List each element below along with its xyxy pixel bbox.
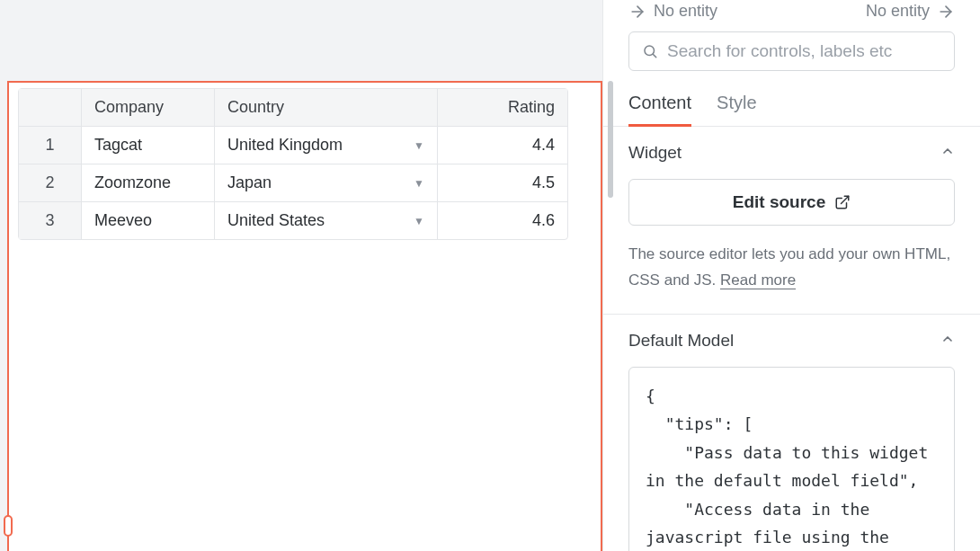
prev-entity-label: No entity — [654, 2, 717, 21]
section-default-model-header[interactable]: Default Model — [628, 315, 955, 367]
section-widget-header[interactable]: Widget — [628, 127, 955, 179]
row-index: 2 — [19, 164, 82, 202]
search-box[interactable] — [628, 31, 955, 71]
cell-country-dropdown[interactable]: Japan ▼ — [215, 164, 438, 202]
country-value: United States — [227, 211, 325, 229]
external-link-icon — [834, 194, 851, 210]
widget-helper-text: The source editor lets you add your own … — [628, 242, 955, 314]
read-more-link[interactable]: Read more — [720, 271, 796, 289]
canvas-area: Company Country Rating 1 Tagcat United K… — [0, 0, 602, 551]
chevron-up-icon — [940, 331, 955, 351]
country-value: Japan — [227, 173, 272, 191]
edit-source-button[interactable]: Edit source — [628, 179, 955, 226]
tab-content[interactable]: Content — [628, 93, 691, 127]
chevron-down-icon: ▼ — [414, 215, 424, 227]
svg-line-4 — [842, 196, 849, 203]
cell-company[interactable]: Zoomzone — [82, 164, 215, 202]
next-entity-link[interactable]: No entity — [866, 2, 955, 21]
edit-source-label: Edit source — [733, 192, 825, 212]
properties-panel: No entity No entity Content Style Widget… — [602, 0, 980, 551]
data-table: Company Country Rating 1 Tagcat United K… — [18, 88, 568, 240]
section-default-model: Default Model { "tips": [ "Pass data to … — [603, 315, 980, 551]
cell-country-dropdown[interactable]: United States ▼ — [215, 202, 438, 239]
scrollbar-thumb[interactable] — [608, 81, 613, 198]
cell-country-dropdown[interactable]: United Kingdom ▼ — [215, 127, 438, 164]
search-input[interactable] — [667, 41, 941, 61]
cell-rating[interactable]: 4.6 — [438, 202, 567, 239]
table-row[interactable]: 3 Meeveo United States ▼ 4.6 — [19, 202, 567, 239]
row-index: 3 — [19, 202, 82, 239]
tab-style[interactable]: Style — [717, 93, 756, 126]
entity-nav: No entity No entity — [603, 0, 980, 31]
chevron-up-icon — [940, 143, 955, 163]
country-value: United Kingdom — [227, 136, 343, 154]
arrow-right-icon — [937, 3, 955, 21]
arrow-right-icon — [628, 3, 646, 21]
chevron-down-icon: ▼ — [414, 177, 424, 190]
widget-selection-frame[interactable]: Company Country Rating 1 Tagcat United K… — [7, 81, 602, 551]
svg-line-3 — [653, 54, 655, 57]
chevron-down-icon: ▼ — [414, 139, 424, 152]
table-header-row: Company Country Rating — [19, 89, 567, 127]
search-icon — [642, 43, 658, 59]
panel-tabs: Content Style — [603, 71, 980, 127]
section-widget: Widget Edit source The source editor let… — [603, 127, 980, 315]
cell-company[interactable]: Meeveo — [82, 202, 215, 239]
default-model-code[interactable]: { "tips": [ "Pass data to this widget in… — [628, 367, 955, 551]
col-company: Company — [82, 89, 215, 127]
row-index: 1 — [19, 127, 82, 164]
next-entity-label: No entity — [866, 2, 930, 21]
section-title: Widget — [628, 143, 682, 163]
cell-company[interactable]: Tagcat — [82, 127, 215, 164]
table-row[interactable]: 2 Zoomzone Japan ▼ 4.5 — [19, 164, 567, 202]
cell-rating[interactable]: 4.5 — [438, 164, 567, 202]
resize-handle-left[interactable] — [4, 515, 13, 537]
svg-point-2 — [645, 46, 655, 56]
col-country: Country — [215, 89, 438, 127]
prev-entity-link[interactable]: No entity — [628, 2, 717, 21]
section-title: Default Model — [628, 331, 734, 351]
table-row[interactable]: 1 Tagcat United Kingdom ▼ 4.4 — [19, 127, 567, 164]
col-index — [19, 89, 82, 127]
col-rating: Rating — [438, 89, 567, 127]
cell-rating[interactable]: 4.4 — [438, 127, 567, 164]
